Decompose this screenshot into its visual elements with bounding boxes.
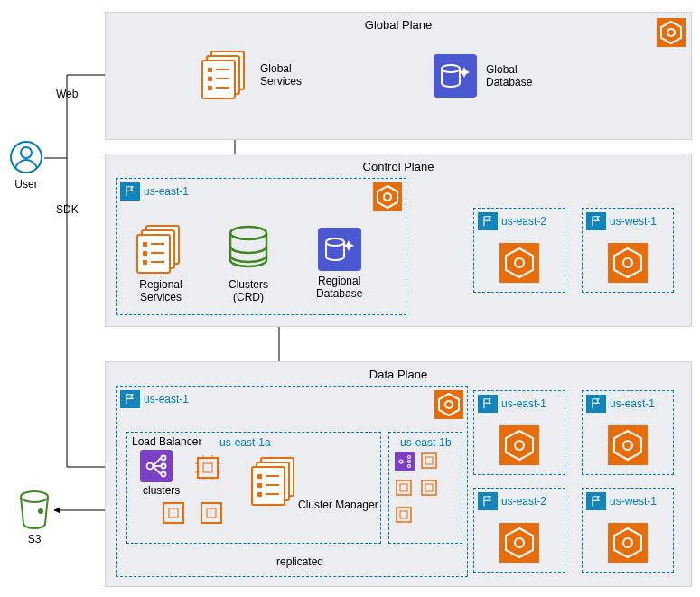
- user-icon: User: [9, 140, 43, 191]
- svg-rect-24: [208, 86, 212, 90]
- global-plane: Global Plane: [105, 12, 692, 140]
- k8s-icon: [608, 523, 648, 563]
- region-flag: us-east-1: [478, 395, 546, 413]
- k8s-icon: [499, 425, 539, 465]
- control-tile-us-east-2: us-east-2: [473, 208, 565, 293]
- region-flag: us-east-1: [586, 395, 655, 413]
- region-flag: us-east-2: [478, 212, 546, 230]
- sdk-label: SDK: [56, 203, 79, 216]
- flag-icon: [120, 390, 140, 408]
- k8s-icon: [499, 243, 539, 283]
- regional-services-label: Regional Services: [139, 278, 182, 304]
- region-label: us-west-1: [610, 495, 657, 508]
- svg-rect-43: [318, 228, 361, 271]
- global-db-label: Global Database: [486, 63, 532, 89]
- flag-icon: [586, 492, 606, 510]
- zone-label: us-east-1b: [400, 436, 452, 449]
- control-plane-title: Control Plane: [106, 160, 691, 173]
- regional-db-label: Regional Database: [316, 275, 362, 301]
- svg-point-42: [230, 227, 266, 239]
- data-tile: us-west-1: [582, 488, 674, 573]
- load-balancer-icon: [140, 450, 173, 482]
- svg-rect-84: [207, 508, 216, 518]
- load-balancer-icon: [395, 452, 415, 471]
- svg-rect-36: [143, 242, 147, 247]
- data-tile: us-east-2: [473, 488, 565, 573]
- chip-icon: [395, 479, 413, 497]
- flag-icon: [120, 182, 140, 201]
- global-services-label: Global Services: [260, 62, 302, 89]
- chip-icon: [161, 500, 186, 526]
- svg-point-13: [21, 147, 32, 158]
- web-label: Web: [56, 88, 78, 100]
- global-plane-title: Global Plane: [106, 18, 691, 32]
- svg-point-14: [21, 491, 48, 502]
- svg-rect-92: [397, 480, 411, 495]
- region-flag: us-west-1: [586, 492, 657, 510]
- diagram-canvas: User Web SDK S3 Global Plane Global Serv…: [0, 0, 700, 597]
- chip-icon: [199, 500, 224, 526]
- cluster-manager-icon: [250, 456, 301, 507]
- svg-point-15: [38, 508, 43, 514]
- data-plane-title: Data Plane: [106, 368, 691, 381]
- svg-rect-38: [143, 260, 147, 265]
- svg-rect-90: [422, 453, 436, 468]
- s3-label: S3: [28, 533, 42, 546]
- svg-rect-97: [400, 511, 407, 518]
- svg-rect-85: [395, 452, 415, 471]
- svg-rect-94: [422, 480, 436, 495]
- flag-icon: [478, 395, 498, 413]
- region-label: us-east-1: [144, 393, 189, 406]
- svg-rect-95: [425, 484, 433, 491]
- svg-rect-91: [425, 457, 433, 464]
- svg-rect-66: [257, 483, 262, 488]
- user-label: User: [14, 178, 37, 191]
- svg-rect-83: [201, 503, 221, 523]
- svg-rect-65: [257, 474, 262, 479]
- region-label: us-east-1: [501, 397, 546, 410]
- regional-db-icon: Regional Database: [316, 228, 362, 301]
- region-label: us-east-1: [610, 397, 655, 410]
- load-balancer-label: Load Balancer: [132, 435, 201, 448]
- control-tile-us-west-1: us-west-1: [582, 208, 674, 293]
- clusters-label: Clusters (CRD): [229, 278, 268, 304]
- regional-services-icon: Regional Services: [135, 224, 186, 304]
- k8s-icon: [434, 390, 463, 419]
- clusters-word-label: clusters: [143, 484, 180, 497]
- flag-icon: [478, 212, 498, 230]
- k8s-icon: [608, 425, 648, 465]
- chip-icon: [420, 452, 438, 470]
- region-flag: us-east-1: [120, 182, 189, 201]
- region-label: us-east-2: [501, 495, 546, 508]
- cluster-manager-label: Cluster Manager: [298, 499, 378, 511]
- region-flag: us-west-1: [586, 212, 657, 230]
- data-tile: us-east-1: [582, 390, 674, 475]
- svg-rect-37: [143, 251, 147, 256]
- svg-rect-81: [163, 503, 183, 523]
- k8s-icon: [657, 18, 686, 47]
- region-flag: us-east-1: [120, 390, 189, 408]
- chip-icon: [420, 479, 438, 497]
- svg-rect-22: [208, 68, 212, 72]
- svg-rect-67: [257, 492, 262, 497]
- chip-icon: [395, 506, 413, 524]
- svg-rect-28: [434, 54, 477, 98]
- flag-icon: [586, 212, 606, 230]
- svg-rect-82: [169, 508, 178, 518]
- zone-label: us-east-1a: [219, 436, 271, 449]
- chip-icon: [195, 455, 220, 480]
- k8s-icon: [608, 243, 648, 283]
- region-label: us-west-1: [610, 215, 657, 228]
- svg-rect-96: [397, 508, 411, 522]
- data-tile: us-east-1: [473, 390, 565, 475]
- k8s-icon: [499, 523, 539, 563]
- replicated-label: replicated: [276, 555, 323, 568]
- flag-icon: [586, 395, 606, 413]
- svg-rect-72: [203, 463, 212, 472]
- region-label: us-east-1: [144, 185, 189, 198]
- svg-rect-23: [208, 77, 212, 81]
- s3-icon: S3: [16, 490, 52, 546]
- clusters-crd-icon: Clusters (CRD): [226, 224, 271, 304]
- region-flag: us-east-2: [478, 492, 546, 510]
- svg-rect-93: [400, 484, 407, 491]
